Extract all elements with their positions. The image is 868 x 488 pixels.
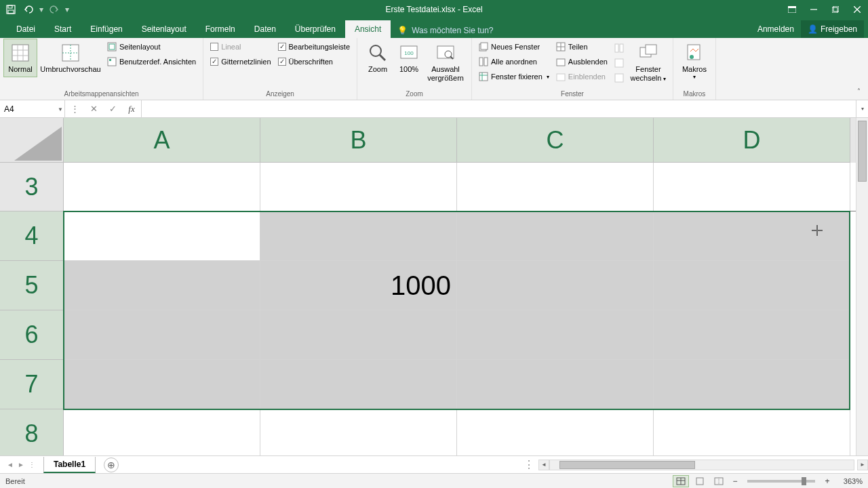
row-header-7[interactable]: 7 <box>0 360 64 409</box>
zoom-button[interactable]: Zoom <box>361 39 394 77</box>
zoom-100-button[interactable]: 100 100% <box>395 39 422 77</box>
cell-a5[interactable] <box>64 261 260 310</box>
reset-window-icon[interactable] <box>614 70 624 85</box>
normal-view-button[interactable]: Normal <box>4 39 37 77</box>
maximize-button[interactable] <box>825 0 846 19</box>
gridlines-checkbox[interactable]: Gitternetzlinien <box>208 54 273 69</box>
row-header-5[interactable]: 5 <box>0 261 64 310</box>
hscroll-left-button[interactable]: ◄ <box>538 460 549 470</box>
tab-home[interactable]: Start <box>45 20 81 38</box>
view-pagelayout-button[interactable] <box>692 475 708 487</box>
tab-insert[interactable]: Einfügen <box>81 20 132 38</box>
zoom-level[interactable]: 363% <box>835 477 863 485</box>
enter-button[interactable]: ✓ <box>103 100 122 117</box>
page-layout-button[interactable]: Seitenlayout <box>104 39 199 54</box>
vertical-scrollbar[interactable] <box>856 118 868 455</box>
share-button[interactable]: 👤 Freigeben <box>801 20 864 38</box>
zoom-slider[interactable] <box>747 480 815 483</box>
horizontal-scrollbar[interactable]: ⋮ ◄ ► <box>524 459 868 471</box>
tab-review[interactable]: Überprüfen <box>285 20 345 38</box>
formula-input[interactable] <box>142 100 856 117</box>
cell-b6[interactable] <box>260 310 457 360</box>
cell-d5[interactable] <box>654 261 850 310</box>
tab-pagelayout[interactable]: Seitenlayout <box>132 20 196 38</box>
view-normal-button[interactable] <box>673 475 689 487</box>
cell-d3[interactable] <box>654 163 850 211</box>
cell-a3[interactable] <box>64 163 260 211</box>
sheet-tab-1[interactable]: Tabelle1 <box>43 457 96 473</box>
row-header-4[interactable]: 4 <box>0 211 64 261</box>
cell-b7[interactable] <box>260 360 457 409</box>
page-break-preview-button[interactable]: Umbruchvorschau <box>38 39 103 77</box>
custom-views-button[interactable]: Benutzerdef. Ansichten <box>104 54 199 69</box>
tab-formulas[interactable]: Formeln <box>196 20 245 38</box>
cell-d6[interactable] <box>654 310 850 360</box>
cancel-button[interactable]: ✕ <box>84 100 103 117</box>
col-header-c[interactable]: C <box>457 118 654 163</box>
cell-c5[interactable] <box>457 261 654 310</box>
cell-d4[interactable] <box>654 211 850 261</box>
hscroll-grip[interactable]: ⋮ <box>524 458 534 471</box>
cell-b8[interactable] <box>260 409 457 459</box>
hscroll-track[interactable] <box>549 460 854 470</box>
row-header-3[interactable]: 3 <box>0 163 64 211</box>
freeze-panes-button[interactable]: Fenster fixieren▾ <box>476 69 552 84</box>
new-window-button[interactable]: Neues Fenster <box>476 39 552 54</box>
minimize-button[interactable] <box>803 0 825 19</box>
sheet-nav-prev[interactable]: ◄ <box>5 461 15 468</box>
sheet-nav-next[interactable]: ► <box>16 461 26 468</box>
cell-a4[interactable] <box>64 211 260 261</box>
cell-b5[interactable]: 1000 <box>260 261 457 310</box>
ribbon-display-options-button[interactable] <box>781 0 803 19</box>
col-header-a[interactable]: A <box>64 118 260 163</box>
signin-button[interactable]: Anmelden <box>751 20 801 38</box>
zoom-selection-button[interactable]: Auswahl vergrößern <box>424 39 467 85</box>
cell-c4[interactable] <box>457 211 654 261</box>
new-sheet-button[interactable]: ⊕ <box>104 458 119 472</box>
expand-formula-bar-button[interactable]: ▾ <box>856 100 868 117</box>
save-button[interactable] <box>3 1 19 18</box>
column-headers[interactable]: A B C D <box>64 118 856 163</box>
switch-windows-button[interactable]: Fenster wechseln ▾ <box>628 39 669 85</box>
split-button[interactable]: Teilen <box>553 39 610 54</box>
tab-file[interactable]: Datei <box>7 20 45 38</box>
tell-me-search[interactable]: 💡 Was möchten Sie tun? <box>391 23 500 38</box>
cell-b4[interactable] <box>260 211 457 261</box>
hide-button[interactable]: Ausblenden <box>553 54 610 69</box>
chevron-down-icon[interactable]: ▼ <box>58 106 63 112</box>
cell-c3[interactable] <box>457 163 654 211</box>
sync-scroll-icon[interactable] <box>614 56 624 70</box>
view-pagebreak-button[interactable] <box>711 475 727 487</box>
row-header-6[interactable]: 6 <box>0 310 64 360</box>
sheet-nav[interactable]: ◄►⋮ <box>0 461 42 468</box>
hscroll-thumb[interactable] <box>559 461 695 469</box>
col-header-b[interactable]: B <box>260 118 457 163</box>
arrange-all-button[interactable]: Alle anordnen <box>476 54 552 69</box>
view-side-icon[interactable] <box>614 41 624 56</box>
cell-d7[interactable] <box>654 360 850 409</box>
cell-d8[interactable] <box>654 409 850 459</box>
zoom-out-button[interactable]: − <box>730 476 741 487</box>
cell-a7[interactable] <box>64 360 260 409</box>
insert-function-button[interactable]: fx <box>122 100 141 117</box>
zoom-slider-thumb[interactable] <box>802 477 806 485</box>
hscroll-right-button[interactable]: ► <box>857 460 868 470</box>
spreadsheet-grid[interactable]: A B C D 3 4 5 6 7 8 1000 <box>0 118 868 455</box>
tab-data[interactable]: Daten <box>245 20 285 38</box>
formulabar-checkbox[interactable]: Bearbeitungsleiste <box>275 39 353 54</box>
vscroll-thumb[interactable] <box>858 121 867 182</box>
redo-button[interactable] <box>46 1 62 18</box>
name-box[interactable]: A4 ▼ <box>0 100 65 117</box>
cell-b3[interactable] <box>260 163 457 211</box>
zoom-in-button[interactable]: + <box>822 476 833 487</box>
select-all-corner[interactable] <box>0 118 64 163</box>
ruler-checkbox[interactable]: Lineal <box>208 39 273 54</box>
cell-a8[interactable] <box>64 409 260 459</box>
macros-button[interactable]: Makros ▾ <box>677 39 711 83</box>
cell-c6[interactable] <box>457 310 654 360</box>
tab-view[interactable]: Ansicht <box>345 20 391 38</box>
cells-area[interactable]: 1000 <box>64 163 856 455</box>
close-button[interactable] <box>846 0 868 19</box>
collapse-ribbon-button[interactable]: ˄ <box>853 87 864 98</box>
row-header-8[interactable]: 8 <box>0 409 64 459</box>
